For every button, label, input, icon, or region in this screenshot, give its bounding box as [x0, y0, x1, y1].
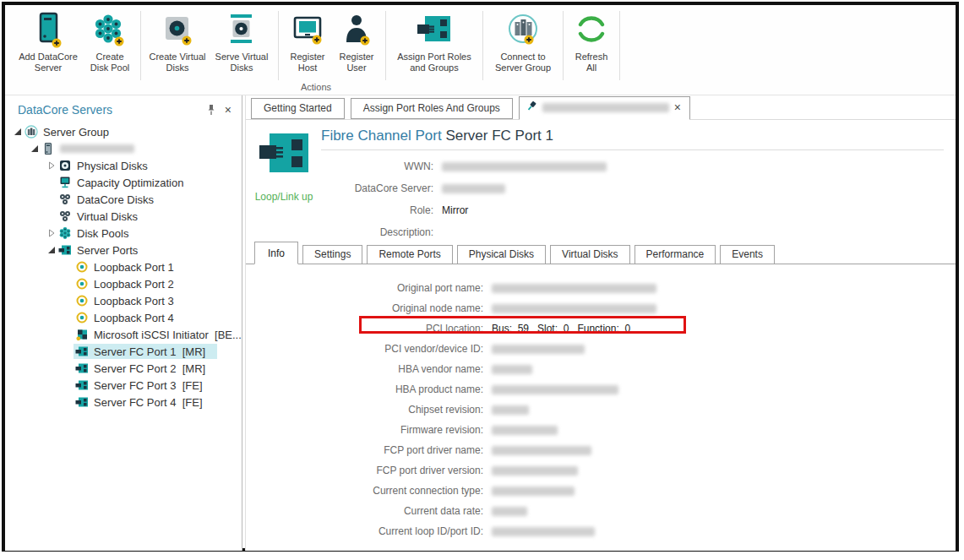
toolbar-button-label: Add DataCore Server: [15, 52, 81, 73]
assign-port-roles-icon: [416, 12, 453, 49]
info-label: HBA product name:: [246, 383, 483, 395]
tab-performance[interactable]: Performance: [634, 245, 716, 264]
fc-port-icon: [75, 362, 89, 375]
redacted-value: [492, 345, 585, 354]
field-row-wwn: WWN:: [246, 155, 947, 177]
ribbon-group-3: Register Host Register User: [279, 11, 386, 80]
register-user-icon: [338, 12, 375, 49]
tree-item-disk-pools[interactable]: Disk Pools: [46, 225, 140, 242]
tree-item-virtual-disks[interactable]: Virtual Disks: [46, 208, 150, 225]
tree-item-label: Virtual Disks: [77, 210, 138, 223]
toolbar-button-label: Serve Virtual Disks: [212, 52, 271, 73]
tree-item-datacore-disks[interactable]: DataCore Disks: [46, 191, 166, 208]
disk-pools-icon: [58, 226, 72, 240]
register-host-icon: [289, 12, 326, 49]
datacore-servers-panel: DataCore Servers ×: [5, 95, 242, 551]
serve-virtual-disks-button[interactable]: Serve Virtual Disks: [210, 11, 274, 74]
info-panel: Original port name: Original node name: …: [246, 264, 956, 541]
toolbar-button-label: Connect to Server Group: [490, 52, 556, 73]
tree-item-capacity-optimization[interactable]: Capacity Optimization: [46, 174, 195, 191]
tree-item-server-fc-port-3[interactable]: Server FC Port 3 [FE]: [63, 377, 215, 394]
info-row-current-loop-id-port-id: Current loop ID/port ID:: [246, 521, 956, 541]
expander-expanded-icon[interactable]: [12, 128, 23, 136]
server-ports-icon: [58, 243, 72, 257]
toolbar-button-label: Create Disk Pool: [86, 52, 133, 73]
tree-item-label: Server FC Port 4 [FE]: [94, 396, 203, 409]
expander-expanded-icon[interactable]: [29, 144, 40, 153]
tree-item-server[interactable]: [29, 140, 146, 157]
redacted-value: [492, 304, 656, 313]
close-tab-icon[interactable]: ×: [674, 101, 681, 113]
tree-item-server-fc-port-4[interactable]: Server FC Port 4 [FE]: [63, 394, 215, 410]
iscsi-initiator-icon: [75, 328, 89, 341]
capacity-optimization-icon: [58, 176, 72, 189]
expander-expanded-icon[interactable]: [46, 246, 57, 254]
tab-physical-disks[interactable]: Physical Disks: [457, 245, 546, 264]
tab-assign-port-roles[interactable]: Assign Port Roles And Groups: [351, 98, 513, 119]
tab-virtual-disks[interactable]: Virtual Disks: [550, 245, 629, 264]
tree-item-server-ports[interactable]: Server Ports: [46, 242, 150, 258]
expander-collapsed-icon[interactable]: [46, 161, 57, 170]
pin-panel-icon[interactable]: [206, 104, 216, 116]
connect-server-group-button[interactable]: Connect to Server Group: [487, 11, 558, 74]
document-tabs: Getting Started Assign Port Roles And Gr…: [246, 95, 956, 120]
tab-getting-started[interactable]: Getting Started: [251, 98, 345, 119]
tree-item-loopback-port-4[interactable]: Loopback Port 4: [63, 309, 186, 326]
tree-item-iscsi-initiator[interactable]: Microsoft iSCSI Initiator [BE...: [63, 326, 253, 343]
create-disk-pool-button[interactable]: Create Disk Pool: [84, 11, 136, 74]
tree-item-server-fc-port-2[interactable]: Server FC Port 2 [MR]: [63, 360, 217, 377]
tab-info[interactable]: Info: [254, 242, 298, 264]
expander-collapsed-icon[interactable]: [46, 229, 57, 237]
detail-tabs: Info Settings Remote Ports Physical Disk…: [246, 242, 956, 264]
redacted-value: [492, 426, 558, 435]
info-row-original-port-name: Original port name:: [246, 278, 956, 298]
redacted-value: [492, 507, 527, 516]
info-row-hba-product-name: HBA product name:: [246, 379, 956, 400]
assign-port-roles-button[interactable]: Assign Port Roles and Groups: [390, 11, 478, 74]
redacted-value: [492, 446, 591, 455]
info-row-fcp-port-driver-version: FCP port driver version:: [246, 460, 956, 481]
loopback-port-icon: [75, 311, 89, 324]
tab-remote-ports[interactable]: Remote Ports: [367, 245, 452, 264]
ribbon-group-caption: Actions: [301, 82, 331, 92]
redacted-value: [442, 162, 607, 171]
create-virtual-disks-button[interactable]: Create Virtual Disks: [145, 11, 210, 74]
toolbar-button-label: Create Virtual Disks: [148, 52, 207, 73]
content-pane: Getting Started Assign Port Roles And Gr…: [245, 95, 956, 551]
tree-item-label: Capacity Optimization: [77, 177, 183, 189]
tree-item-loopback-port-3[interactable]: Loopback Port 3: [63, 292, 186, 309]
tree-item-label: Server FC Port 2 [MR]: [94, 362, 205, 375]
field-row-role: Role: Mirror: [246, 199, 947, 221]
loopback-port-icon: [75, 260, 89, 274]
add-datacore-server-button[interactable]: Add DataCore Server: [13, 11, 84, 74]
tab-label: Getting Started: [264, 102, 332, 114]
server-group-icon: [25, 125, 38, 139]
ribbon-groups: Add DataCore Server: [8, 11, 956, 80]
info-label: PCI location:: [246, 323, 483, 334]
physical-disks-icon: [58, 159, 72, 172]
pci-location-value: Bus: 59 Slot: 0 Function: 0: [492, 323, 956, 334]
tree-item-label: Loopback Port 3: [94, 295, 174, 307]
tree-item-server-fc-port-1[interactable]: Server FC Port 1 [MR]: [63, 343, 217, 360]
virtual-disks-icon: [58, 209, 72, 223]
tab-events[interactable]: Events: [720, 245, 775, 264]
ribbon-group-5: Connect to Server Group: [483, 11, 564, 80]
tree-item-server-group[interactable]: Server Group: [12, 123, 121, 140]
register-user-button[interactable]: Register User: [332, 11, 381, 74]
tree-item-loopback-port-1[interactable]: Loopback Port 1: [63, 258, 186, 275]
info-label: PCI vendor/device ID:: [246, 343, 483, 355]
close-panel-icon[interactable]: ×: [225, 104, 231, 116]
main-area: DataCore Servers ×: [5, 95, 956, 551]
tree-item-loopback-port-2[interactable]: Loopback Port 2: [63, 275, 186, 292]
tree-item-label: Physical Disks: [77, 160, 148, 172]
tree-item-physical-disks[interactable]: Physical Disks: [46, 157, 160, 174]
register-host-button[interactable]: Register Host: [283, 11, 332, 74]
info-label: Current loop ID/port ID:: [246, 525, 483, 537]
fc-port-icon: [75, 395, 89, 409]
tab-settings[interactable]: Settings: [302, 245, 362, 264]
info-label: Current connection type:: [246, 485, 483, 497]
refresh-all-button[interactable]: Refresh All: [568, 11, 615, 74]
page-title: Fibre Channel Port Server FC Port 1: [321, 128, 553, 144]
tab-server-fc-port-active[interactable]: ×: [519, 96, 690, 120]
pin-tab-icon[interactable]: [526, 101, 537, 114]
